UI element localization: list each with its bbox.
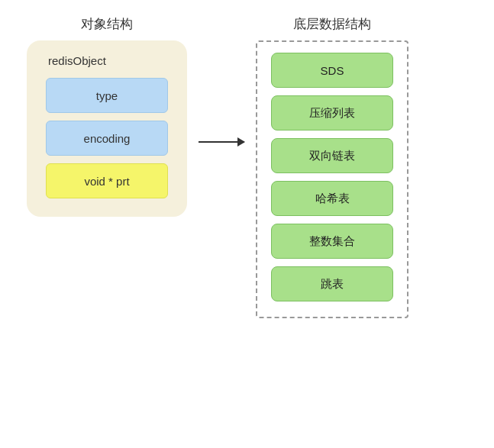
field-type: type (46, 78, 168, 113)
ds-item-skiplist: 跳表 (271, 266, 393, 301)
right-section: 底层数据结构 SDS 压缩列表 双向链表 哈希表 整数集合 跳表 (252, 15, 412, 318)
arrow-line (199, 141, 244, 143)
ds-item-ziplist: 压缩列表 (271, 95, 393, 131)
field-ptr: void * prt (46, 163, 168, 198)
right-title: 底层数据结构 (293, 15, 371, 33)
ds-item-hashtable: 哈希表 (271, 181, 393, 216)
left-section: 对象结构 redisObject type encoding void * pr… (15, 15, 199, 217)
ds-item-intset: 整数集合 (271, 224, 393, 259)
ds-item-sds: SDS (271, 53, 393, 88)
diagram: 对象结构 redisObject type encoding void * pr… (0, 0, 494, 448)
arrow-container (199, 141, 252, 143)
left-title: 对象结构 (81, 15, 133, 33)
field-encoding: encoding (46, 121, 168, 156)
redis-object-box: redisObject type encoding void * prt (27, 40, 187, 217)
ds-item-linkedlist: 双向链表 (271, 138, 393, 173)
redis-object-label: redisObject (48, 54, 106, 67)
data-structure-box: SDS 压缩列表 双向链表 哈希表 整数集合 跳表 (256, 40, 408, 318)
